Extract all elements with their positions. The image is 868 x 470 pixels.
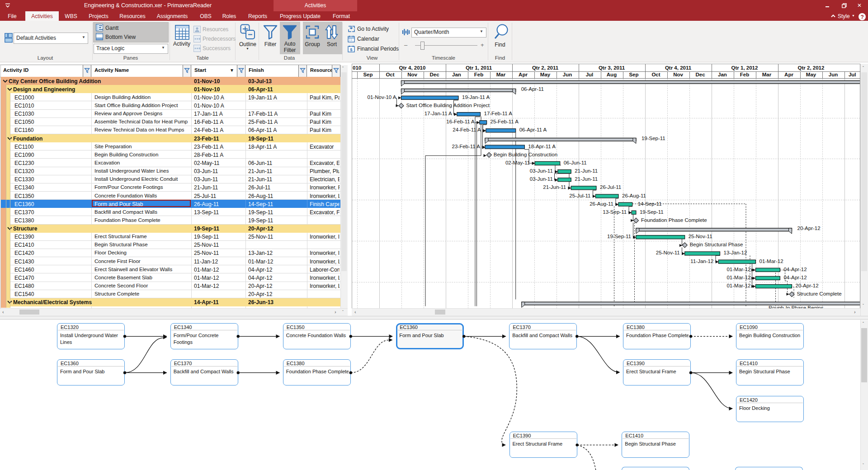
svg-text:$: $ <box>350 47 353 52</box>
